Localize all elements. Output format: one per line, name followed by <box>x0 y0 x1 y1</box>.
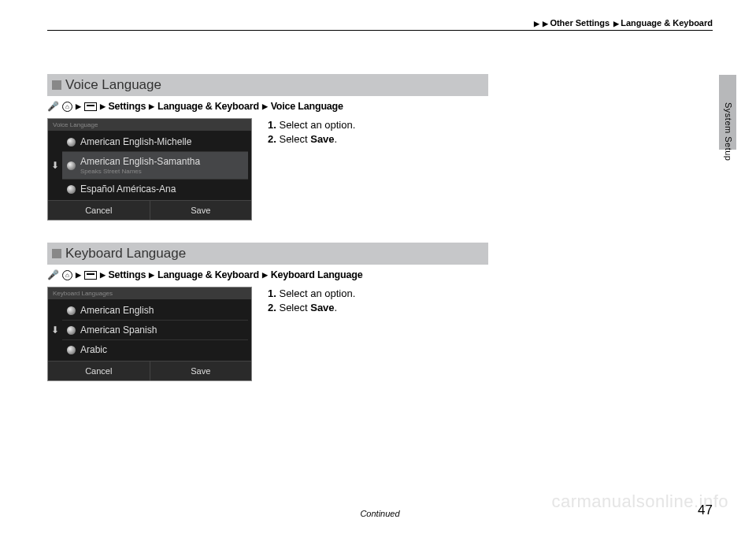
breadcrumb-part: Language & Keyboard <box>621 18 713 28</box>
keyboard-option[interactable]: American Spanish <box>62 321 248 340</box>
path-group: Language & Keyboard <box>158 101 259 112</box>
path-settings: Settings <box>108 269 146 280</box>
path-settings: Settings <box>108 101 146 112</box>
option-label: American English-Michelle <box>80 136 191 147</box>
voice-icon: 🎤 <box>47 269 59 280</box>
section-title: Voice Language <box>65 77 161 93</box>
radio-icon <box>67 185 76 194</box>
cancel-button[interactable]: Cancel <box>48 201 150 220</box>
instructions: 1. Select an option. 2. Select Save. <box>268 118 355 146</box>
square-bullet-icon <box>52 249 61 258</box>
voice-icon: 🎤 <box>47 101 59 112</box>
chevron-right-icon: ▶ <box>534 20 539 28</box>
radio-icon <box>67 138 76 146</box>
step-text: Select <box>279 133 310 145</box>
menu-icon <box>84 102 97 111</box>
nav-path: 🎤 ⌂ ▶ ▶ Settings ▶ Language & Keyboard ▶… <box>47 101 488 112</box>
step-text: . <box>335 133 338 145</box>
step-text: . <box>335 302 338 313</box>
option-subtitle: Speaks Street Names <box>80 168 200 175</box>
path-group: Language & Keyboard <box>158 269 259 280</box>
cancel-button[interactable]: Cancel <box>48 362 150 380</box>
footer: Continued 47 <box>47 509 713 518</box>
section-title: Keyboard Language <box>65 246 186 261</box>
save-button[interactable]: Save <box>150 362 252 380</box>
chevron-right-icon: ▶ <box>100 102 106 110</box>
section-heading: Voice Language <box>47 74 488 96</box>
chevron-right-icon: ▶ <box>76 102 81 110</box>
square-bullet-icon <box>52 80 61 90</box>
chevron-right-icon: ▶ <box>262 102 268 110</box>
option-label: American Spanish <box>80 324 157 336</box>
path-item: Keyboard Language <box>271 269 363 280</box>
radio-icon <box>67 161 76 170</box>
home-icon: ⌂ <box>62 270 72 280</box>
voice-option-selected[interactable]: American English-Samantha Speaks Street … <box>62 152 248 180</box>
nav-path: 🎤 ⌂ ▶ ▶ Settings ▶ Language & Keyboard ▶… <box>47 269 488 280</box>
breadcrumb: ▶▶Other Settings ▶Language & Keyboard <box>532 18 713 28</box>
menu-icon <box>84 271 97 280</box>
page-number: 47 <box>698 502 713 518</box>
chevron-right-icon: ▶ <box>613 20 619 28</box>
voice-option[interactable]: Español Américas-Ana <box>62 180 248 198</box>
side-section-label: System Setup <box>724 102 733 161</box>
keyboard-language-screenshot: Keyboard Languages ⬇ American English Am… <box>47 287 252 381</box>
breadcrumb-part: Other Settings <box>550 18 610 28</box>
radio-icon <box>67 306 76 315</box>
chevron-right-icon: ▶ <box>149 102 154 110</box>
screenshot-title: Voice Language <box>48 119 251 131</box>
option-main: American English-Samantha <box>80 156 200 167</box>
scroll-down-icon[interactable]: ⬇ <box>48 131 62 200</box>
chevron-right-icon: ▶ <box>149 271 154 279</box>
voice-option[interactable]: American English-Michelle <box>62 132 248 152</box>
header-rule: ▶▶Other Settings ▶Language & Keyboard <box>47 30 713 31</box>
radio-icon <box>67 346 76 354</box>
step-text: Select an option. <box>279 119 355 131</box>
option-label: Español Américas-Ana <box>80 184 176 195</box>
keyboard-option[interactable]: American English <box>62 301 248 321</box>
step-text: Select <box>279 302 310 313</box>
keyboard-language-section: Keyboard Language 🎤 ⌂ ▶ ▶ Settings ▶ Lan… <box>47 243 488 381</box>
section-heading: Keyboard Language <box>47 243 488 265</box>
path-item: Voice Language <box>271 101 343 112</box>
radio-icon <box>67 326 76 335</box>
voice-language-section: Voice Language 🎤 ⌂ ▶ ▶ Settings ▶ Langua… <box>47 74 488 221</box>
chevron-right-icon: ▶ <box>100 271 106 279</box>
instructions: 1. Select an option. 2. Select Save. <box>268 287 355 315</box>
step-bold: Save <box>310 302 334 313</box>
step-bold: Save <box>310 133 334 145</box>
chevron-right-icon: ▶ <box>543 20 548 28</box>
home-icon: ⌂ <box>62 102 72 112</box>
option-label: American English-Samantha Speaks Street … <box>80 156 200 175</box>
chevron-right-icon: ▶ <box>76 271 81 279</box>
chevron-right-icon: ▶ <box>262 271 268 279</box>
save-button[interactable]: Save <box>150 201 252 220</box>
voice-language-screenshot: Voice Language ⬇ American English-Michel… <box>47 118 252 221</box>
continued-label: Continued <box>47 509 713 518</box>
keyboard-option[interactable]: Arabic <box>62 340 248 359</box>
scroll-down-icon[interactable]: ⬇ <box>48 299 62 361</box>
screenshot-title: Keyboard Languages <box>48 287 251 299</box>
step-text: Select an option. <box>279 287 355 299</box>
option-label: Arabic <box>80 344 107 355</box>
option-label: American English <box>80 305 154 316</box>
